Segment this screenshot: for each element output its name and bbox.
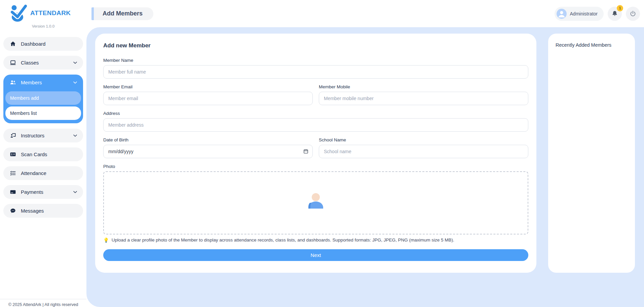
sidebar-item-classes[interactable]: Classes: [3, 56, 83, 70]
member-name-label: Member Name: [103, 58, 528, 63]
main-content-area: Add new Member Member Name Member Email …: [86, 27, 644, 307]
chevron-down-icon: [73, 189, 78, 194]
address-label: Address: [103, 111, 528, 116]
dob-input[interactable]: [103, 145, 313, 158]
photo-hint: 💡 Upload a clear profile photo of the Me…: [103, 237, 528, 243]
notifications-button[interactable]: 1: [608, 7, 622, 21]
add-member-form-card: Add new Member Member Name Member Email …: [95, 34, 536, 273]
page-title: Add Members: [103, 10, 143, 17]
field-date-of-birth: Date of Birth: [103, 137, 313, 158]
topbar: Add Members Administrator 1: [86, 0, 644, 27]
app-version: Version 1.0.0: [0, 24, 86, 28]
school-name-input[interactable]: [319, 145, 528, 158]
sidebar-footer: © 2025 AttendArk | All rights reserved: [0, 299, 86, 307]
brand-name: ATTENDARK: [30, 9, 71, 17]
sidebar-item-members[interactable]: Members: [3, 75, 83, 90]
chevron-down-icon: [73, 133, 78, 138]
topbar-actions: Administrator 1: [555, 7, 640, 21]
calendar-icon[interactable]: [303, 148, 309, 154]
field-member-email: Member Email: [103, 84, 313, 105]
logout-button[interactable]: [626, 7, 640, 21]
member-mobile-input[interactable]: [319, 92, 528, 105]
sidebar-item-label: Dashboard: [21, 41, 45, 47]
field-member-name: Member Name: [103, 58, 528, 79]
payments-icon: [10, 189, 16, 195]
copyright-text: © 2025 AttendArk | All rights reserved: [2, 302, 84, 307]
bell-icon: [611, 10, 618, 17]
brand-logo: ATTENDARK: [0, 0, 86, 23]
sidebar-subitem-members-add[interactable]: Members add: [5, 91, 81, 105]
school-name-label: School Name: [319, 137, 528, 142]
member-mobile-label: Member Mobile: [319, 84, 528, 89]
recently-added-panel: Recently Added Members: [548, 34, 635, 273]
sidebar-item-label: Instructors: [21, 133, 44, 138]
member-name-input[interactable]: [103, 65, 528, 79]
field-address: Address: [103, 111, 528, 132]
sidebar: ATTENDARK Version 1.0.0 Dashboard Classe…: [0, 0, 86, 307]
messages-icon: [10, 208, 16, 214]
next-button[interactable]: Next: [103, 249, 528, 261]
chevron-down-icon: [73, 80, 78, 85]
photo-placeholder-avatar-icon: [305, 193, 327, 213]
photo-upload-dropzone[interactable]: [103, 171, 528, 234]
user-name: Administrator: [570, 11, 598, 16]
photo-hint-text: Upload a clear profile photo of the Memb…: [112, 237, 454, 243]
field-photo: Photo 💡 Upload a clear profile photo of …: [103, 164, 528, 243]
form-title: Add new Member: [103, 42, 528, 49]
member-email-input[interactable]: [103, 92, 313, 105]
members-icon: [10, 79, 16, 86]
chevron-down-icon: [73, 60, 78, 65]
user-avatar: [557, 9, 567, 19]
recently-added-title: Recently Added Members: [556, 42, 628, 48]
field-member-mobile: Member Mobile: [319, 84, 528, 105]
notification-badge: 1: [617, 5, 623, 11]
sidebar-item-label: Attendance: [21, 170, 46, 176]
lightbulb-icon: 💡: [103, 237, 109, 243]
photo-label: Photo: [103, 164, 528, 169]
sidebar-item-dashboard[interactable]: Dashboard: [3, 37, 83, 51]
sidebar-subitem-members-list[interactable]: Members list: [5, 106, 81, 120]
page-title-pill: Add Members: [91, 7, 153, 20]
power-icon: [629, 10, 637, 17]
attendark-logo-icon: [9, 3, 28, 23]
classes-icon: [10, 59, 16, 66]
user-menu[interactable]: Administrator: [555, 7, 604, 21]
sidebar-item-attendance[interactable]: Attendance: [3, 166, 83, 180]
dob-label: Date of Birth: [103, 137, 313, 142]
sidebar-item-label: Classes: [21, 60, 39, 65]
sidebar-item-label: Payments: [21, 189, 43, 195]
sidebar-item-instructors[interactable]: Instructors: [3, 129, 83, 142]
instructors-icon: [10, 132, 16, 139]
sidebar-item-label: Messages: [21, 208, 44, 214]
sidebar-nav: Dashboard Classes Members Members add: [0, 37, 86, 218]
scan-cards-icon: [10, 151, 16, 158]
field-school-name: School Name: [319, 137, 528, 158]
title-accent-bar: [91, 7, 94, 20]
sidebar-item-payments[interactable]: Payments: [3, 185, 83, 199]
attendance-icon: [10, 170, 16, 176]
address-input[interactable]: [103, 118, 528, 132]
sidebar-group-members: Members Members add Members list: [3, 75, 83, 123]
sidebar-item-scan-cards[interactable]: Scan Cards: [3, 147, 83, 161]
sidebar-item-label: Members: [21, 80, 42, 85]
member-email-label: Member Email: [103, 84, 313, 89]
sidebar-item-messages[interactable]: Messages: [3, 204, 83, 218]
home-icon: [10, 41, 16, 47]
sidebar-item-label: Scan Cards: [21, 151, 47, 157]
